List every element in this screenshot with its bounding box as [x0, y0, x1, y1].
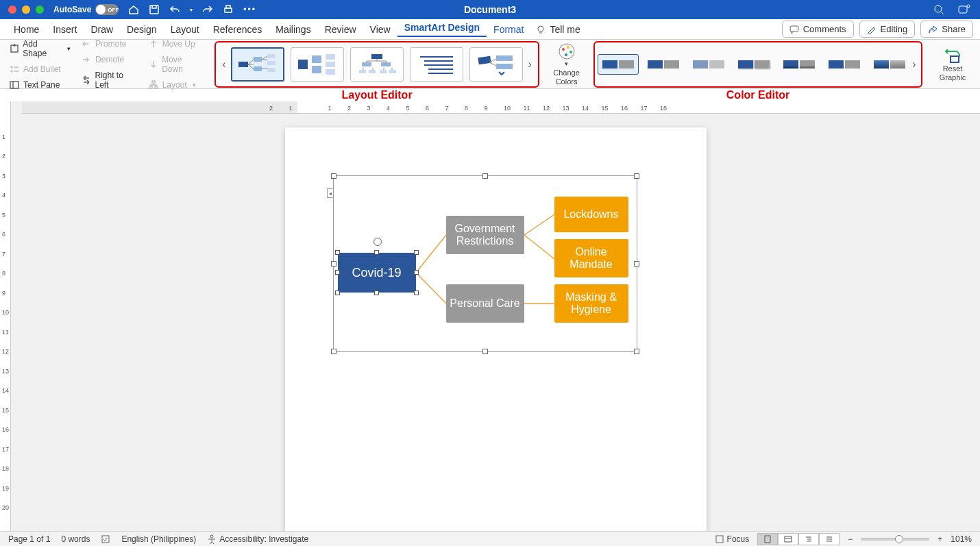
tab-layout[interactable]: Layout	[164, 24, 206, 35]
layout-gallery-prev[interactable]: ‹	[219, 58, 230, 71]
text-pane-toggle[interactable]: ◂	[327, 188, 334, 198]
tell-me-search[interactable]: Tell me	[536, 24, 580, 35]
home-icon[interactable]	[128, 4, 139, 15]
smartart-node-online[interactable]: Online Mandate	[554, 239, 628, 277]
resize-handle[interactable]	[634, 173, 639, 179]
shape-handle[interactable]	[335, 290, 340, 295]
text-pane-button[interactable]: Text Pane	[7, 79, 73, 91]
tab-review[interactable]: Review	[318, 24, 363, 35]
share-button[interactable]: Share	[920, 21, 973, 38]
resize-handle[interactable]	[482, 349, 488, 354]
comments-button[interactable]: Comments	[782, 21, 854, 38]
page-scroll-area[interactable]: ◂	[11, 114, 980, 531]
shape-handle[interactable]	[414, 290, 419, 295]
shape-handle[interactable]	[335, 250, 340, 255]
editing-mode-button[interactable]: Editing	[859, 21, 916, 38]
shape-handle[interactable]	[374, 250, 379, 255]
tab-format[interactable]: Format	[487, 24, 530, 35]
style-option-1[interactable]	[598, 54, 639, 75]
zoom-slider[interactable]	[861, 538, 929, 541]
smartart-node-lockdowns[interactable]: Lockdowns	[554, 197, 628, 232]
layout-gallery-next[interactable]: ›	[524, 58, 535, 71]
style-option-2[interactable]	[643, 54, 684, 75]
rotate-handle[interactable]	[373, 238, 382, 246]
layout-option-3[interactable]	[350, 47, 404, 82]
layout-option-5[interactable]	[469, 47, 523, 82]
style-option-4[interactable]	[733, 54, 774, 75]
word-count[interactable]: 0 words	[61, 534, 90, 544]
tab-view[interactable]: View	[363, 24, 397, 35]
spellcheck-icon[interactable]	[101, 534, 110, 544]
resize-handle[interactable]	[634, 349, 639, 354]
tab-insert[interactable]: Insert	[46, 24, 84, 35]
style-option-5[interactable]	[779, 54, 820, 75]
shape-handle[interactable]	[414, 270, 419, 275]
print-icon[interactable]	[223, 4, 234, 15]
tab-mailings[interactable]: Mailings	[269, 24, 317, 35]
style-gallery-next[interactable]: ›	[910, 58, 918, 71]
tab-references[interactable]: References	[206, 24, 269, 35]
resize-handle[interactable]	[634, 261, 639, 266]
shape-handle[interactable]	[335, 270, 340, 275]
more-icon[interactable]: •••	[243, 5, 256, 14]
style-option-6[interactable]	[824, 54, 865, 75]
search-icon[interactable]	[933, 4, 944, 15]
outline-view[interactable]	[798, 533, 819, 545]
web-layout-view[interactable]	[778, 533, 798, 545]
shape-handle[interactable]	[374, 290, 379, 295]
svg-rect-14	[155, 86, 158, 88]
print-layout-view[interactable]	[757, 533, 778, 545]
reset-graphic-button[interactable]: Reset Graphic	[929, 47, 976, 81]
smartart-node-personal-care[interactable]: Personal Care	[446, 284, 524, 323]
maximize-window-button[interactable]	[36, 5, 44, 14]
resize-handle[interactable]	[331, 261, 336, 266]
tab-draw[interactable]: Draw	[84, 24, 120, 35]
smartart-node-masking[interactable]: Masking & Hygiene	[554, 284, 628, 323]
language-status[interactable]: English (Philippines)	[121, 534, 196, 544]
zoom-in-button[interactable]: +	[938, 534, 942, 544]
svg-rect-4	[959, 6, 967, 13]
resize-handle[interactable]	[331, 349, 336, 354]
ribbon-tabs: Home Insert Draw Design Layout Reference…	[0, 19, 980, 40]
undo-dropdown-icon[interactable]: ▾	[190, 7, 193, 13]
tab-home[interactable]: Home	[7, 24, 46, 35]
change-colors-button[interactable]: ▾ Change Colors	[542, 42, 591, 85]
ribbon-options-icon[interactable]	[958, 4, 970, 15]
autosave-toggle[interactable]: AutoSave OFF	[53, 4, 119, 15]
redo-icon[interactable]	[202, 4, 213, 15]
color-editor-annotation: Color Editor	[726, 89, 789, 101]
smartart-node-root[interactable]: Covid-19	[338, 253, 416, 293]
title-bar: AutoSave OFF ▾ ••• Document3	[0, 0, 980, 19]
zoom-level[interactable]: 101%	[951, 534, 972, 544]
add-shape-button[interactable]: Add Shape▾	[7, 38, 73, 60]
autosave-switch[interactable]: OFF	[95, 4, 119, 15]
resize-handle[interactable]	[331, 173, 336, 179]
layout-option-1[interactable]	[231, 47, 284, 82]
right-to-left-button[interactable]: Right to Left	[79, 69, 140, 91]
smartart-graphic-frame[interactable]: ◂	[333, 175, 637, 352]
zoom-out-button[interactable]: −	[848, 534, 853, 544]
tab-design[interactable]: Design	[120, 24, 164, 35]
style-option-7[interactable]	[869, 54, 910, 75]
shape-handle[interactable]	[414, 250, 419, 255]
style-option-3[interactable]	[688, 54, 729, 75]
tab-smartart-design[interactable]: SmartArt Design	[397, 22, 487, 37]
autosave-label: AutoSave	[53, 5, 91, 14]
close-window-button[interactable]	[8, 5, 16, 14]
save-icon[interactable]	[149, 4, 160, 15]
minimize-window-button[interactable]	[22, 5, 30, 14]
document-page[interactable]: ◂	[285, 127, 707, 531]
horizontal-ruler[interactable]: 21123456789101112131415161718	[22, 101, 980, 114]
vertical-ruler[interactable]: 1234567891011121314151617181920	[0, 101, 11, 531]
resize-handle[interactable]	[482, 173, 488, 179]
accessibility-icon	[207, 534, 217, 544]
undo-icon[interactable]	[169, 4, 180, 15]
smartart-node-gov[interactable]: Government Restrictions	[446, 216, 524, 254]
layout-option-4[interactable]	[410, 47, 463, 82]
layout-option-2[interactable]	[291, 47, 344, 82]
page-count[interactable]: Page 1 of 1	[8, 534, 50, 544]
layout-button: Layout▾	[146, 79, 206, 91]
draft-view[interactable]	[819, 533, 840, 545]
accessibility-status[interactable]: Accessibility: Investigate	[207, 534, 308, 544]
focus-mode-button[interactable]: Focus	[715, 534, 750, 544]
